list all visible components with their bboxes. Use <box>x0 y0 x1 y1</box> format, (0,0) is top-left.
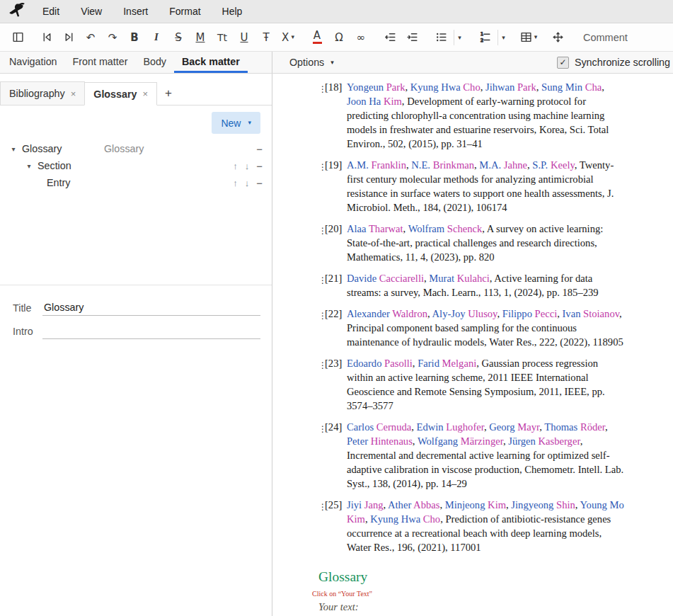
family-name: Park <box>386 81 405 93</box>
tree-item-glossary[interactable]: ▾ Glossary Glossary − <box>0 140 272 157</box>
reference-text[interactable]: A.M. Franklin, N.E. Brinkman, M.A. Jahne… <box>347 158 625 215</box>
move-up-icon[interactable]: ↑ <box>233 178 238 188</box>
tab-front-matter[interactable]: Front matter <box>65 52 136 73</box>
undo-button[interactable]: ↶ <box>81 28 100 47</box>
go-first-button[interactable] <box>38 28 56 47</box>
reference-text[interactable]: Alaa Tharwat, Wolfram Schenck, A survey … <box>347 222 625 264</box>
collapse-triangle-icon[interactable]: ▾ <box>8 145 18 153</box>
sync-scrolling-checkbox[interactable]: ✓ <box>557 57 569 69</box>
indent-button[interactable] <box>403 28 421 47</box>
numbered-list-caret-button[interactable]: ▾ <box>497 30 509 45</box>
drag-handle-icon[interactable]: ⋮ <box>318 422 325 436</box>
reference-text[interactable]: Yongeun Park, Kyung Hwa Cho, Jihwan Park… <box>347 80 625 151</box>
options-menu-button[interactable]: Options ▾ <box>289 57 334 68</box>
bullet-list-button[interactable] <box>432 28 450 47</box>
move-down-icon[interactable]: ↓ <box>245 161 250 171</box>
drag-handle-icon[interactable]: ⋮ <box>318 82 325 96</box>
bullet-list-caret-button[interactable]: ▾ <box>454 30 465 45</box>
given-name: Yongeun <box>347 81 384 93</box>
intro-input[interactable] <box>42 323 260 339</box>
given-name: Alaa <box>347 223 367 234</box>
link-button[interactable]: ∞ <box>352 28 370 47</box>
add-tab-button[interactable]: + <box>156 81 180 105</box>
reference-item: ⋮[18]Yongeun Park, Kyung Hwa Cho, Jihwan… <box>318 80 673 151</box>
clear-format-button[interactable]: Ŧ <box>257 28 275 47</box>
layout-view-icon <box>12 31 24 43</box>
tree-item-entry[interactable]: Entry ↑ ↓ − <box>0 174 272 191</box>
collapse-triangle-icon[interactable]: ▾ <box>24 162 34 170</box>
numbered-list-icon: 12 <box>479 31 491 43</box>
panel-tab-glossary[interactable]: Glossary × <box>84 82 157 105</box>
new-button[interactable]: New ▾ <box>212 112 260 134</box>
intro-label: Intro <box>13 326 42 337</box>
reference-plain-text: , <box>575 499 580 511</box>
tab-back-matter[interactable]: Back matter <box>174 52 248 73</box>
underline-button[interactable]: U <box>235 28 253 47</box>
family-name: Kim <box>347 513 365 525</box>
drag-handle-icon[interactable]: ⋮ <box>318 273 325 287</box>
remove-icon[interactable]: − <box>256 160 263 172</box>
glossary-placeholder-text[interactable]: Your text: <box>318 601 673 613</box>
menu-format[interactable]: Format <box>159 1 211 23</box>
strikethrough-button[interactable]: S <box>169 28 188 47</box>
menu-help[interactable]: Help <box>212 1 253 23</box>
drag-handle-icon[interactable]: ⋮ <box>318 309 325 323</box>
tree-item-meta: Glossary <box>104 143 144 154</box>
mark-button[interactable]: M <box>191 28 209 47</box>
drag-handle-icon[interactable]: ⋮ <box>318 160 325 174</box>
comment-button[interactable]: Comment <box>583 32 628 43</box>
reference-item: ⋮[20]Alaa Tharwat, Wolfram Schenck, A su… <box>318 222 673 264</box>
redo-button[interactable]: ↷ <box>103 28 122 47</box>
reference-number: [19] <box>325 158 347 172</box>
reference-text[interactable]: Jiyi Jang, Ather Abbas, Minjeong Kim, Ji… <box>347 498 625 554</box>
go-last-button[interactable] <box>59 28 78 47</box>
layout-view-button[interactable] <box>8 28 27 47</box>
move-up-icon[interactable]: ↑ <box>233 161 238 171</box>
table-menu-button[interactable]: ▾ <box>519 28 538 47</box>
bold-button[interactable]: B <box>125 28 144 47</box>
outdent-button[interactable] <box>381 28 399 47</box>
reference-text[interactable]: Edoardo Pasolli, Farid Melgani, Gaussian… <box>347 356 625 413</box>
menu-edit[interactable]: Edit <box>32 1 70 23</box>
drag-handle-icon[interactable]: ⋮ <box>318 358 325 372</box>
family-name: Kim <box>384 96 402 107</box>
menu-view[interactable]: View <box>70 1 113 23</box>
italic-button[interactable]: I <box>147 28 166 47</box>
close-icon[interactable]: × <box>71 89 76 99</box>
text-color-button[interactable]: A <box>308 28 326 47</box>
glossary-heading[interactable]: Glossary <box>318 569 673 585</box>
drag-handle-icon[interactable]: ⋮ <box>318 500 325 514</box>
reference-number: [20] <box>325 222 347 236</box>
title-input[interactable] <box>42 300 260 316</box>
reference-text[interactable]: Davide Cacciarelli, Murat Kulahci, Activ… <box>347 271 625 300</box>
close-icon[interactable]: × <box>142 89 148 99</box>
tab-navigation[interactable]: Navigation <box>1 52 65 73</box>
panel-tab-bibliography[interactable]: Bibliography × <box>0 81 85 105</box>
given-name: Wolfgang <box>418 435 458 447</box>
family-name: Jang <box>364 499 384 511</box>
reference-number: [21] <box>325 271 347 285</box>
cross-out-menu-button[interactable]: X ▾ <box>279 28 297 47</box>
remove-icon[interactable]: − <box>256 177 263 189</box>
menu-insert[interactable]: Insert <box>113 1 159 23</box>
tree-item-section[interactable]: ▾ Section ↑ ↓ − <box>0 157 272 174</box>
drag-handle-icon[interactable]: ⋮ <box>318 224 325 238</box>
text-case-button[interactable]: Tt <box>213 28 231 47</box>
given-name: Ather <box>388 499 411 511</box>
svg-text:1: 1 <box>480 31 483 37</box>
given-name: S.P. <box>532 159 548 171</box>
tab-body[interactable]: Body <box>135 52 174 73</box>
options-label: Options <box>289 57 324 68</box>
given-name: Murat <box>429 273 454 284</box>
family-name: Shin <box>556 499 575 511</box>
special-character-button[interactable]: Ω <box>330 28 348 47</box>
family-name: Märzinger <box>461 435 503 447</box>
reference-text[interactable]: Alexander Waldron, Aly-Joy Ulusoy, Filip… <box>347 307 625 349</box>
given-name: Carlos <box>347 421 374 433</box>
move-down-icon[interactable]: ↓ <box>245 178 250 188</box>
move-button[interactable] <box>548 28 567 47</box>
reference-text[interactable]: Carlos Cernuda, Edwin Lughofer, Georg Ma… <box>347 420 625 491</box>
family-name: Cha <box>585 81 602 93</box>
remove-icon[interactable]: − <box>256 143 263 155</box>
numbered-list-button[interactable]: 12 <box>476 28 494 47</box>
